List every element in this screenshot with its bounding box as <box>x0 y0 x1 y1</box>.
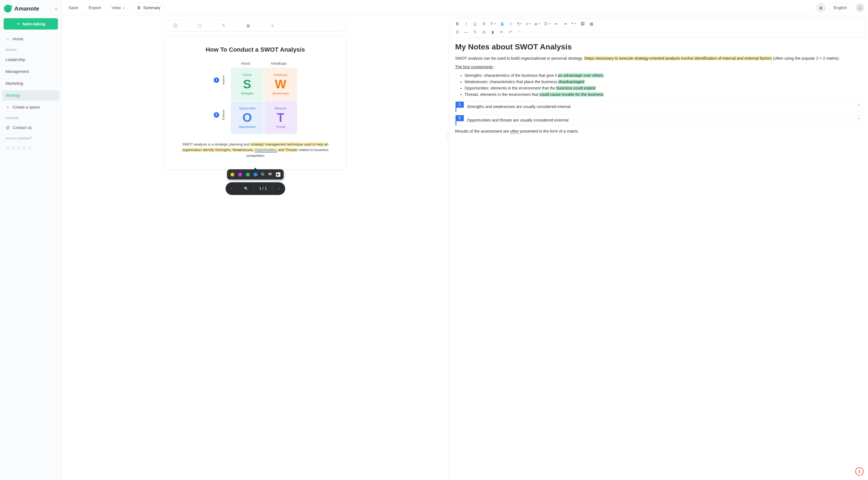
rating-stars[interactable]: ☆ ☆ ☆ ☆ ☆ <box>2 143 59 153</box>
theme-toggle[interactable]: ◐ <box>816 3 826 13</box>
redo-button[interactable]: ↷ <box>516 28 523 36</box>
highlight-magenta[interactable] <box>238 173 242 177</box>
formula-button[interactable]: √x <box>480 28 488 36</box>
text-size-button[interactable]: TI▾ <box>489 20 497 27</box>
text: presented in the form of a matrix. <box>519 129 579 133</box>
satisfied-label: Are you satisfied? <box>2 134 59 141</box>
highlight-yellow[interactable] <box>230 173 234 177</box>
star-icon[interactable]: ☆ <box>22 145 27 152</box>
clock-icon[interactable]: 🕘 <box>173 23 178 29</box>
search-page-button[interactable]: 🔍︎ <box>238 182 254 195</box>
row-externe-label: Externe <box>221 110 226 120</box>
strike-button[interactable]: S <box>480 20 488 27</box>
table-button[interactable]: ▦ <box>588 20 595 27</box>
prev-page-button[interactable]: ‹ <box>225 182 238 195</box>
cell-bottom: Strenghts <box>241 91 253 95</box>
notes-editor[interactable]: My Notes about SWOT Analysis SWOT analys… <box>449 37 868 141</box>
outdent-button[interactable]: ⇤ <box>553 20 560 27</box>
document-icon: 🗎 <box>137 5 141 11</box>
undo-button[interactable]: ↶ <box>507 28 514 36</box>
star-icon[interactable]: ☆ <box>17 145 21 152</box>
omega-button[interactable]: Ω <box>454 28 461 36</box>
italic-button[interactable]: I <box>463 20 470 27</box>
nav-contact[interactable]: @ Contact us <box>2 123 59 133</box>
close-icon[interactable]: × <box>858 102 860 108</box>
svg-point-0 <box>859 6 861 8</box>
plus-icon: ＋ <box>5 104 10 110</box>
space-marketing[interactable]: Marketing <box>2 79 59 89</box>
list-item: Weaknesses: characteristics that place t… <box>465 79 862 85</box>
attachment-button[interactable]: ▮ <box>489 28 496 36</box>
highlight-green-text: could cause trouble for the business <box>539 92 603 97</box>
align-button[interactable]: ≡▾ <box>525 20 531 27</box>
ordered-list-button[interactable]: ≣▾ <box>533 20 541 27</box>
text-style-icon[interactable]: A <box>270 23 275 29</box>
space-strategy[interactable]: Strategy <box>2 90 59 100</box>
clear-format-button[interactable]: ◇ <box>507 20 515 27</box>
list-item: Strengths: characteristics of the busine… <box>465 72 862 79</box>
star-icon[interactable]: ☆ <box>28 145 32 152</box>
pane-resize-handle[interactable] <box>446 132 448 140</box>
underline-button[interactable]: U <box>471 20 479 27</box>
pencil-icon[interactable]: ✎ <box>221 23 226 29</box>
document-caption: SWOT analysis is a strategic planning an… <box>173 142 338 158</box>
reference-badge[interactable]: 1 <box>456 102 464 108</box>
space-label: Strategy <box>5 92 21 98</box>
unordered-list-button[interactable]: ☰▾ <box>543 20 551 27</box>
close-icon[interactable]: × <box>858 116 860 121</box>
highlighter-button[interactable]: ✎ <box>471 28 479 36</box>
caption-selection[interactable]: Opportunities, <box>255 148 277 152</box>
list-item: Threats: elements in the environment tha… <box>465 92 862 97</box>
next-page-button[interactable]: › <box>273 182 285 195</box>
notification-badge[interactable]: 1 <box>855 467 864 476</box>
highlight-green[interactable] <box>246 173 250 177</box>
text: Opportunities: elements in the environme… <box>465 86 557 90</box>
hr-button[interactable]: — <box>463 28 470 36</box>
brand-name: Amanote <box>14 4 39 13</box>
space-management[interactable]: Management <box>2 66 59 77</box>
presentation-icon[interactable]: ▢ <box>197 23 202 29</box>
notes-title: My Notes about SWOT Analysis <box>455 41 862 53</box>
text: Weaknesses: characteristics that place t… <box>465 80 559 84</box>
collapse-sidebar-icon[interactable]: « <box>55 5 58 12</box>
note-taking-button[interactable]: ＋ Note-taking <box>4 18 58 30</box>
space-leadership[interactable]: Leadership <box>2 55 59 65</box>
cell-top: Forces <box>243 73 251 77</box>
star-icon[interactable]: ☆ <box>5 145 10 152</box>
star-icon[interactable]: ☆ <box>11 145 16 152</box>
user-avatar[interactable] <box>856 4 864 12</box>
export-button[interactable]: Export <box>86 2 104 13</box>
summary-button[interactable]: 🗎 Summary <box>132 2 165 13</box>
google-lookup-icon[interactable]: G <box>261 172 264 177</box>
image-button[interactable]: 🖼 <box>579 20 586 27</box>
indent-button[interactable]: ⇥ <box>562 20 569 27</box>
plus-icon: ＋ <box>16 21 21 27</box>
paragraph-button[interactable]: ¶▾ <box>516 20 523 27</box>
reference-badge[interactable]: 2 <box>456 115 464 121</box>
youtube-lookup-icon[interactable]: ▶ <box>276 172 280 177</box>
language-selector[interactable]: English <box>829 3 851 13</box>
draw-button[interactable]: ✏ <box>498 28 505 36</box>
create-space-button[interactable]: ＋ Create a space <box>2 102 59 112</box>
view-menu[interactable]: View ▾ <box>109 2 127 13</box>
notes-paragraph: The four components : <box>455 64 862 70</box>
swot-opportunities: Opportunités O Opportunities <box>231 101 264 134</box>
row-badge-2: 2 <box>214 112 219 118</box>
bold-button[interactable]: B <box>454 20 461 27</box>
highlight-blue[interactable] <box>253 173 257 177</box>
selection-lookup-toolbar: G W ▶ <box>227 169 283 179</box>
save-button[interactable]: Save <box>66 2 81 13</box>
highlight-green-text: disadvantaged <box>558 80 584 84</box>
quote-button[interactable]: ❝▾ <box>570 20 577 27</box>
nav-contact-label: Contact us <box>13 125 32 131</box>
nav-home[interactable]: ⌂ Home <box>2 34 59 44</box>
text-color-button[interactable]: 💧 <box>499 20 506 27</box>
col-handicaps-label: Handicaps <box>271 61 287 66</box>
wikipedia-lookup-icon[interactable]: W <box>268 172 272 177</box>
cell-bottom: Weaknesses <box>272 91 289 95</box>
text: : <box>493 65 495 69</box>
moon-icon: ◐ <box>819 5 823 11</box>
cell-top: Faiblesses <box>274 73 287 77</box>
text: Results of the assessment are <box>455 129 510 133</box>
sticky-note-icon[interactable]: ▣ <box>246 23 251 29</box>
